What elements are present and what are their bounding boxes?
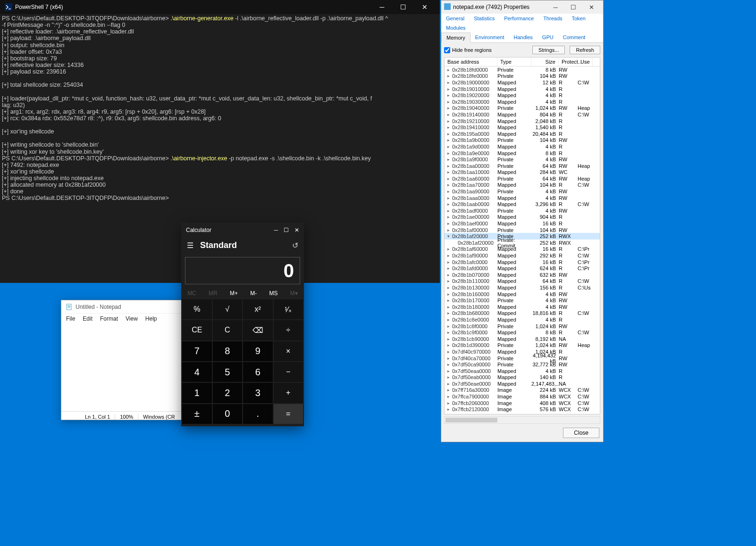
expand-icon[interactable]: ▸ (445, 285, 452, 290)
calc-key-¹⁄ₓ[interactable]: ¹⁄ₓ (274, 299, 303, 319)
close-button[interactable]: Close (563, 428, 599, 438)
expand-icon[interactable]: ▸ (445, 164, 452, 168)
memory-row[interactable]: ▸0x28b1afc0000Mapped16 kBRC:\Pr (445, 259, 600, 265)
calc-key-4[interactable]: 4 (182, 362, 212, 382)
hide-free-regions-checkbox[interactable]: Hide free regions (444, 47, 492, 53)
expand-icon[interactable]: ▸ (445, 119, 452, 124)
expand-icon[interactable]: ▸ (445, 208, 452, 213)
mem-MS[interactable]: MS (269, 290, 278, 297)
calc-key-+[interactable]: + (274, 383, 303, 403)
memory-row[interactable]: ▸0x28b1d390000Private1,024 kBRWHeap (445, 342, 600, 349)
memory-row[interactable]: ▸0x28b1af90000Mapped292 kBRC:\W (445, 252, 600, 259)
memory-row[interactable]: ▸0x28b1adf0000Private4 kBRW (445, 207, 600, 214)
calc-key-⌫[interactable]: ⌫ (243, 320, 273, 340)
expand-icon[interactable]: ▸ (445, 356, 452, 361)
expand-icon[interactable]: ▸ (445, 144, 452, 149)
calc-key-6[interactable]: 6 (243, 362, 273, 382)
tab-token[interactable]: Token (567, 14, 590, 23)
memory-row[interactable]: ▸0x28b19040000Private1,024 kBRWHeap (445, 105, 600, 112)
expand-icon[interactable]: ▸ (445, 132, 452, 136)
tab-memory[interactable]: Memory (441, 33, 470, 43)
memory-row[interactable]: ▸0x28b1a9f0000Private4 kBRW (445, 156, 600, 163)
maximize-icon[interactable]: ☐ (393, 0, 414, 14)
calc-key-=[interactable]: = (274, 404, 303, 424)
memory-row[interactable]: ▸0x28b1aaa0000Mapped4 kBRW (445, 195, 600, 201)
memory-row[interactable]: ▸0x28b19030000Mapped4 kBR (445, 99, 600, 105)
memory-row[interactable]: ▸0x28b1aa70000Mapped104 kBRC:\W (445, 182, 600, 189)
memory-row[interactable]: ▸0x28b19020000Mapped4 kBR (445, 92, 600, 99)
memory-row[interactable]: ▸0x28b1aab0000Mapped3,296 kBRC:\W (445, 201, 600, 207)
memory-row[interactable]: 0x28b1af20000Private: Commit252 kBRWX (445, 240, 600, 246)
minimize-icon[interactable]: ─ (274, 227, 278, 233)
memory-row[interactable]: ▸0x28b1cb90000Mapped8,192 kBNA (445, 336, 600, 342)
expand-icon[interactable]: ▸ (445, 228, 452, 232)
expand-icon[interactable]: ▸ (445, 375, 452, 380)
expand-icon[interactable]: ▸ (445, 93, 452, 98)
memory-row[interactable]: ▸0x28b1ae00000Mapped904 kBR (445, 214, 600, 221)
expand-icon[interactable]: ▸ (445, 407, 452, 412)
memory-row[interactable]: ▸0x28b1aa60000Private64 kBRWHeap (445, 175, 600, 182)
expand-icon[interactable]: ▸ (445, 99, 452, 104)
menu-file[interactable]: File (66, 315, 75, 322)
tab-threads[interactable]: Threads (538, 14, 567, 23)
expand-icon[interactable]: ▸ (445, 74, 452, 78)
memory-row[interactable]: ▸0x28b1a9d0000Mapped4 kBR (445, 143, 600, 150)
memory-row[interactable]: ▸0x28b1a9b0000Private104 kBRW (445, 137, 600, 144)
memory-row[interactable]: ▸0x28b18fd0000Private8 kBRW (445, 66, 600, 73)
memory-row[interactable]: ▸0x28b19140000Mapped804 kBRC:\W (445, 111, 600, 118)
refresh-button[interactable]: Refresh (570, 46, 600, 54)
memory-row[interactable]: ▸0x28b18fe0000Private104 kBRW (445, 73, 600, 80)
calc-key-8[interactable]: 8 (213, 341, 243, 361)
memory-row[interactable]: ▸0x28b1b160000Mapped4 kBRW (445, 291, 600, 298)
memory-row[interactable]: ▸0x7df50eae0000Mapped2,147,483,...NA (445, 381, 600, 387)
expand-icon[interactable]: ▸ (445, 401, 452, 405)
expand-icon[interactable]: ▸ (445, 221, 452, 226)
calc-key-±[interactable]: ± (182, 404, 212, 424)
minimize-icon[interactable]: ─ (546, 1, 564, 13)
memory-row[interactable]: ▸0x28b1c8f0000Private1,024 kBRW (445, 323, 600, 330)
memory-row[interactable]: ▸0x7df40c970000Mapped1,024 kBR (445, 348, 600, 355)
menu-view[interactable]: View (126, 315, 138, 322)
memory-row[interactable]: ▸0x28b1aef0000Mapped16 kBR (445, 220, 600, 227)
expand-icon[interactable]: ▸ (445, 369, 452, 373)
memory-row[interactable]: ▸0x7ffca7900000Image884 kBWCXC:\W (445, 393, 600, 400)
powershell-body[interactable]: PS C:\Users\Default.DESKTOP-3ITQDFP\Down… (0, 14, 440, 203)
expand-icon[interactable]: ▸ (445, 394, 452, 399)
col-type[interactable]: Type (497, 58, 531, 66)
memory-row[interactable]: ▸0x28b1c8e0000Mapped4 kBR (445, 316, 600, 323)
expand-icon[interactable]: ▸ (445, 247, 452, 251)
calc-key-1[interactable]: 1 (182, 383, 212, 403)
memory-row[interactable]: ▸0x28b1b110000Mapped64 kBRC:\W (445, 278, 600, 285)
memory-row[interactable]: ▸0x28b1b070000Mapped632 kBRW (445, 272, 600, 278)
expand-icon[interactable]: ▸ (445, 170, 452, 174)
powershell-titlebar[interactable]: PowerShell 7 (x64) ─ ☐ ✕ (0, 0, 440, 14)
memory-row[interactable]: ▸0x7df40ca70000Private4,194,432 kBRW (445, 355, 600, 362)
memory-row[interactable]: ▸0x7ff716a30000Image224 kBWCXC:\W (445, 387, 600, 394)
memory-row[interactable]: ▸0x28b19000000Mapped12 kBRC:\W (445, 79, 600, 86)
expand-icon[interactable]: ▸ (445, 317, 452, 322)
expand-icon[interactable]: ▸ (445, 67, 452, 72)
memory-row[interactable]: ▸0x28b195a0000Mapped20,484 kBR (445, 131, 600, 137)
col-protect[interactable]: Protect... (559, 58, 578, 66)
calc-key-7[interactable]: 7 (182, 341, 212, 361)
horizontal-scrollbar[interactable] (444, 416, 600, 424)
expand-icon[interactable]: ▸ (445, 298, 452, 303)
expand-icon[interactable]: ▸ (445, 157, 452, 162)
calc-key-−[interactable]: − (274, 362, 303, 382)
menu-edit[interactable]: Edit (83, 315, 92, 322)
expand-icon[interactable]: ▸ (445, 349, 452, 354)
expand-icon[interactable]: ▸ (445, 324, 452, 329)
memory-row[interactable]: ▸0x28b1b130000Mapped156 kBRC:\Us (445, 284, 600, 291)
strings-button[interactable]: Strings... (532, 46, 565, 54)
tab-gpu[interactable]: GPU (538, 33, 558, 42)
hamburger-icon[interactable]: ☰ (187, 241, 193, 250)
memory-row[interactable]: ▸0x28b1af60000Mapped16 kBRC:\Pr (445, 246, 600, 253)
expand-icon[interactable]: ▸ (445, 273, 452, 277)
tab-handles[interactable]: Handles (509, 33, 538, 42)
expand-icon[interactable]: ▸ (445, 138, 452, 142)
calc-key-3[interactable]: 3 (243, 383, 273, 403)
tab-statistics[interactable]: Statistics (469, 14, 499, 23)
expand-icon[interactable]: ▸ (445, 311, 452, 315)
tab-performance[interactable]: Performance (499, 14, 538, 23)
menu-format[interactable]: Format (100, 315, 118, 322)
